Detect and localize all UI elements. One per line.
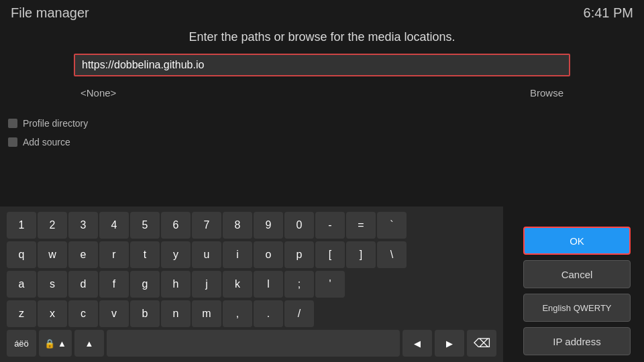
caps-key[interactable]: 🔒 ▲ bbox=[39, 330, 72, 357]
key-4[interactable]: 4 bbox=[99, 212, 129, 239]
arrow-right-key[interactable] bbox=[435, 330, 464, 357]
key-g[interactable]: g bbox=[130, 271, 160, 298]
key-n[interactable]: n bbox=[161, 300, 191, 327]
key-s[interactable]: s bbox=[38, 271, 67, 298]
ok-button[interactable]: OK bbox=[523, 227, 631, 255]
keyboard-row-asdf: asdfghjkl;' bbox=[7, 271, 496, 298]
keyboard-row-zxcv: zxcvbnm,./ bbox=[7, 300, 496, 327]
browse-label[interactable]: Browse bbox=[530, 87, 564, 99]
url-input-wrapper[interactable] bbox=[74, 54, 570, 76]
key-9[interactable]: 9 bbox=[254, 212, 283, 239]
keyboard: 1234567890-=` qwertyuiop[]\ asdfghjkl;' … bbox=[0, 206, 503, 362]
key-7[interactable]: 7 bbox=[192, 212, 221, 239]
key-x[interactable]: x bbox=[38, 300, 67, 327]
sidebar-item-add-source[interactable]: Add source bbox=[0, 133, 114, 152]
key-r[interactable]: r bbox=[99, 241, 129, 268]
key-w[interactable]: w bbox=[38, 241, 67, 268]
shift-arrow-icon: ▲ bbox=[58, 339, 66, 349]
key-u[interactable]: u bbox=[192, 241, 221, 268]
keyboard-row-numbers: 1234567890-=` bbox=[7, 212, 496, 239]
key-v[interactable]: v bbox=[99, 300, 129, 327]
key-h[interactable]: h bbox=[161, 271, 191, 298]
key-][interactable]: ] bbox=[346, 241, 376, 268]
url-input[interactable] bbox=[82, 59, 562, 71]
key-,[interactable]: , bbox=[223, 300, 252, 327]
key-=[interactable]: = bbox=[346, 212, 376, 239]
right-panel: OK Cancel English QWERTY IP address bbox=[523, 227, 631, 355]
key-m[interactable]: m bbox=[192, 300, 221, 327]
key-[[interactable]: [ bbox=[315, 241, 345, 268]
key-t[interactable]: t bbox=[130, 241, 160, 268]
key-z[interactable]: z bbox=[7, 300, 36, 327]
key-p[interactable]: p bbox=[284, 241, 314, 268]
key-j[interactable]: j bbox=[192, 271, 221, 298]
arrow-left-icon bbox=[414, 339, 421, 349]
caps-icon: 🔒 bbox=[44, 339, 55, 349]
key-d[interactable]: d bbox=[68, 271, 98, 298]
special-chars-key[interactable]: áëö bbox=[7, 330, 36, 357]
key-8[interactable]: 8 bbox=[223, 212, 252, 239]
sidebar-item-profile[interactable]: Profile directory bbox=[0, 114, 114, 133]
keyboard-row-qwerty: qwertyuiop[]\ bbox=[7, 241, 496, 268]
key-6[interactable]: 6 bbox=[161, 212, 191, 239]
key-q[interactable]: q bbox=[7, 241, 36, 268]
key--[interactable]: - bbox=[315, 212, 345, 239]
key-i[interactable]: i bbox=[223, 241, 252, 268]
key-b[interactable]: b bbox=[130, 300, 160, 327]
key-5[interactable]: 5 bbox=[130, 212, 160, 239]
key-1[interactable]: 1 bbox=[7, 212, 36, 239]
keyboard-layout-button[interactable]: English QWERTY bbox=[523, 294, 631, 322]
arrow-left-key[interactable] bbox=[402, 330, 432, 357]
key-/[interactable]: / bbox=[284, 300, 314, 327]
key-e[interactable]: e bbox=[68, 241, 98, 268]
key-a[interactable]: a bbox=[7, 271, 36, 298]
profile-icon bbox=[8, 119, 17, 128]
sidebar: Profile directory Add source bbox=[0, 114, 114, 152]
app-title: File manager bbox=[11, 5, 89, 21]
shift-icon: ▲ bbox=[85, 339, 93, 349]
key-0[interactable]: 0 bbox=[284, 212, 314, 239]
key-k[interactable]: k bbox=[223, 271, 252, 298]
spacebar[interactable] bbox=[107, 330, 400, 357]
key-l[interactable]: l bbox=[254, 271, 283, 298]
ip-address-button[interactable]: IP address bbox=[523, 327, 631, 355]
arrow-right-icon bbox=[446, 339, 453, 349]
backspace-key[interactable] bbox=[467, 330, 496, 357]
path-none-label: <None> bbox=[80, 87, 116, 99]
path-row: <None> Browse bbox=[74, 84, 570, 101]
cancel-button[interactable]: Cancel bbox=[523, 260, 631, 288]
key-o[interactable]: o bbox=[254, 241, 283, 268]
add-source-icon bbox=[8, 137, 17, 147]
keyboard-bottom-row: áëö 🔒 ▲ ▲ bbox=[7, 330, 496, 357]
key-y[interactable]: y bbox=[161, 241, 191, 268]
backspace-icon bbox=[474, 336, 490, 351]
key-`[interactable]: ` bbox=[377, 212, 407, 239]
dialog-prompt: Enter the paths or browse for the media … bbox=[74, 30, 570, 44]
shift-key[interactable]: ▲ bbox=[74, 330, 104, 357]
key-'[interactable]: ' bbox=[315, 271, 345, 298]
key-;[interactable]: ; bbox=[284, 271, 314, 298]
key-f[interactable]: f bbox=[99, 271, 129, 298]
key-.[interactable]: . bbox=[254, 300, 283, 327]
key-c[interactable]: c bbox=[68, 300, 98, 327]
key-3[interactable]: 3 bbox=[68, 212, 98, 239]
key-\[interactable]: \ bbox=[377, 241, 407, 268]
clock: 6:41 PM bbox=[584, 5, 633, 21]
key-2[interactable]: 2 bbox=[38, 212, 67, 239]
